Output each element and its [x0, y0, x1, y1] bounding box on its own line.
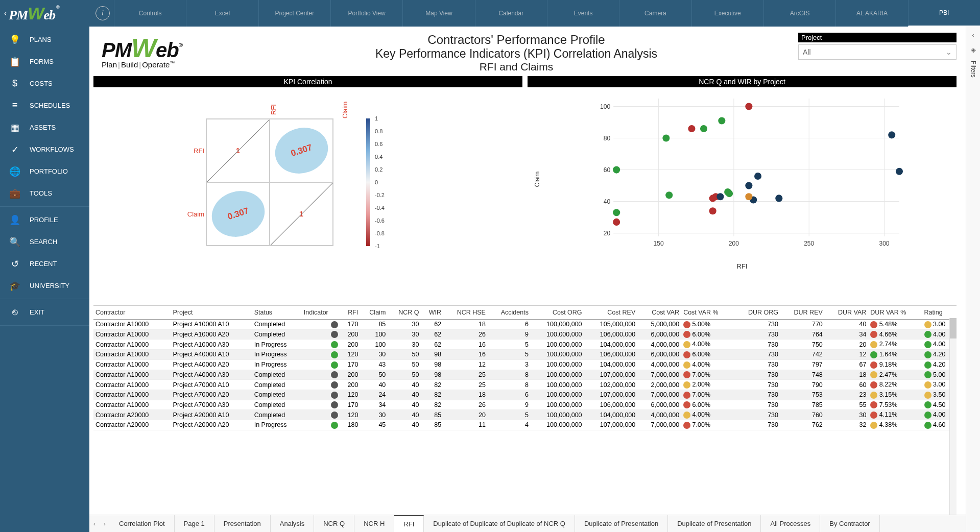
tab-by-contractor[interactable]: By Contractor [820, 515, 879, 532]
sidebar-item-schedules[interactable]: ≡SCHEDULES [0, 94, 89, 116]
topnav-arcgis[interactable]: ArcGIS [763, 0, 835, 27]
scatter-point[interactable] [613, 209, 620, 216]
scatter-point[interactable] [700, 125, 707, 132]
col-header[interactable]: Indicator [302, 306, 341, 320]
sidebar-item-search[interactable]: 🔍SEARCH [0, 231, 89, 253]
topnav-al-akaria[interactable]: AL AKARIA [835, 0, 907, 27]
table-row[interactable]: Contractor A10000Project A40000 A20In Pr… [93, 359, 957, 370]
scatter-point[interactable] [613, 219, 620, 226]
col-header[interactable]: Contractor [93, 306, 171, 320]
table-row[interactable]: Contractor A20000Project A20000 A10Compl… [93, 410, 957, 420]
table-row[interactable]: Contractor A10000Project A40000 A30Compl… [93, 370, 957, 380]
sidebar-item-forms[interactable]: 📋FORMS [0, 51, 89, 72]
topnav-camera[interactable]: Camera [619, 0, 691, 27]
sidebar-item-recent[interactable]: ↺RECENT [0, 253, 89, 275]
sidebar-item-workflows[interactable]: ✓WORKFLOWS [0, 138, 89, 160]
tab-prev[interactable]: ‹ [89, 520, 100, 527]
topnav-portfolio-view[interactable]: Portfolio View [330, 0, 402, 27]
topnav-project-center[interactable]: Project Center [258, 0, 330, 27]
col-header[interactable]: RFI [340, 306, 360, 320]
table-row[interactable]: Contractor A10000Project A40000 A10In Pr… [93, 350, 957, 360]
tab-correlation-plot[interactable]: Correlation Plot [110, 515, 175, 532]
tab-next[interactable]: › [100, 520, 110, 527]
tab-duplicate-of-presentation[interactable]: Duplicate of Presentation [575, 515, 668, 532]
sidebar-item-portfolio[interactable]: 🌐PORTFOLIO [0, 160, 89, 182]
topnav-pbi[interactable]: PBI [908, 0, 980, 27]
scatter-point[interactable] [745, 182, 752, 189]
table-row[interactable]: Contractor A20000Project A20000 A20In Pr… [93, 420, 957, 430]
col-header[interactable]: WIR [421, 306, 444, 320]
info-icon[interactable]: i [95, 6, 110, 20]
table-row[interactable]: Contractor A10000Project A70000 A20Compl… [93, 390, 957, 400]
sidebar: 💡PLANS📋FORMS$COSTS≡SCHEDULES▦ASSETS✓WORK… [0, 27, 89, 532]
tab-page-1[interactable]: Page 1 [175, 515, 214, 532]
scatter-plot-area[interactable]: 15020025030020406080100 [545, 95, 951, 250]
tab-rfi[interactable]: RFI [394, 515, 424, 532]
sidebar-item-assets[interactable]: ▦ASSETS [0, 116, 89, 138]
topnav-excel[interactable]: Excel [186, 0, 258, 27]
topnav-map-view[interactable]: Map View [402, 0, 474, 27]
col-header[interactable]: DUR ORG [734, 306, 781, 320]
project-dropdown[interactable]: All ⌄ [798, 44, 957, 60]
col-header[interactable]: Rating [922, 306, 957, 320]
col-header[interactable]: NCR Q [388, 306, 421, 320]
svg-text:200: 200 [729, 240, 739, 247]
scatter-point[interactable] [754, 173, 761, 180]
filters-rail[interactable]: ‹ ◈ Filters [966, 27, 980, 532]
tab-ncr-q[interactable]: NCR Q [314, 515, 354, 532]
sidebar-item-costs[interactable]: $COSTS [0, 72, 89, 94]
scatter-point[interactable] [688, 125, 695, 132]
sidebar-item-plans[interactable]: 💡PLANS [0, 29, 89, 51]
col-header[interactable]: NCR HSE [443, 306, 488, 320]
col-header[interactable]: DUR VAR % [868, 306, 922, 320]
scatter-point[interactable] [775, 195, 782, 202]
topnav-executive[interactable]: Executive [691, 0, 763, 27]
scatter-point[interactable] [665, 191, 673, 199]
bookmark-icon[interactable]: ◈ [971, 46, 976, 54]
table-row[interactable]: Contractor A10000Project A70000 A30Compl… [93, 400, 957, 410]
topnav-controls[interactable]: Controls [114, 0, 186, 27]
tab-analysis[interactable]: Analysis [271, 515, 314, 532]
col-header[interactable]: Project [171, 306, 252, 320]
svg-text:40: 40 [604, 198, 611, 205]
col-header[interactable]: Accidents [488, 306, 531, 320]
sidebar-item-exit[interactable]: ⎋EXIT [0, 301, 89, 323]
scatter-point[interactable] [662, 135, 670, 142]
topnav-calendar[interactable]: Calendar [475, 0, 547, 27]
graduate-icon: 🎓 [9, 280, 20, 292]
col-header[interactable]: Cost VAR % [681, 306, 734, 320]
scatter-point[interactable] [745, 103, 752, 110]
tab-duplicate-of-presentation[interactable]: Duplicate of Presentation [668, 515, 761, 532]
scatter-point[interactable] [896, 168, 903, 175]
col-header[interactable]: Cost REV [584, 306, 638, 320]
tab-ncr-h[interactable]: NCR H [354, 515, 394, 532]
table-row[interactable]: Contractor A10000Project A70000 A10Compl… [93, 380, 957, 390]
table-row[interactable]: Contractor A10000Project A10000 A20Compl… [93, 329, 957, 340]
table-row[interactable]: Contractor A10000Project A10000 A10Compl… [93, 320, 957, 330]
tab-presentation[interactable]: Presentation [214, 515, 271, 532]
col-header[interactable]: Cost VAR [637, 306, 681, 320]
col-header[interactable]: DUR VAR [825, 306, 869, 320]
sidebar-item-university[interactable]: 🎓UNIVERSITY [0, 275, 89, 297]
scatter-point[interactable] [888, 131, 895, 138]
col-header[interactable]: Status [252, 306, 302, 320]
tab-duplicate-of-duplicate-of-duplicate-of-ncr-q[interactable]: Duplicate of Duplicate of Duplicate of N… [424, 515, 575, 532]
sidebar-item-profile[interactable]: 👤PROFILE [0, 209, 89, 231]
scatter-point[interactable] [716, 193, 724, 200]
app-logo[interactable]: ‹ PMWeb ® [0, 4, 89, 23]
sidebar-item-tools[interactable]: 💼TOOLS [0, 182, 89, 204]
scatter-point[interactable] [709, 207, 716, 214]
scatter-point[interactable] [613, 166, 620, 174]
col-header[interactable]: DUR REV [780, 306, 825, 320]
scrollbar[interactable] [949, 318, 957, 515]
scatter-point[interactable] [726, 190, 733, 197]
chevron-left-icon[interactable]: ‹ [972, 32, 974, 39]
scatter-point[interactable] [718, 117, 725, 124]
data-table[interactable]: ContractorProjectStatusIndicatorRFIClaim… [93, 306, 957, 430]
col-header[interactable]: Cost ORG [531, 306, 584, 320]
scatter-point[interactable] [745, 193, 752, 200]
topnav-events[interactable]: Events [547, 0, 619, 27]
col-header[interactable]: Claim [360, 306, 388, 320]
table-row[interactable]: Contractor A10000Project A10000 A30In Pr… [93, 340, 957, 350]
tab-all-processes[interactable]: All Processes [761, 515, 820, 532]
